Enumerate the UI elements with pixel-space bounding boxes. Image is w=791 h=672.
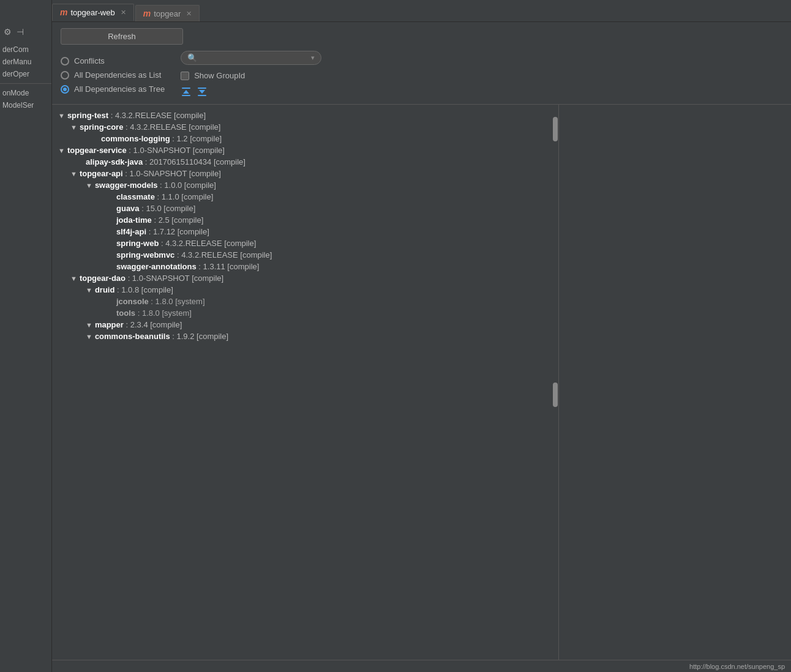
dep-tree-right-panel: [558, 105, 791, 660]
sidebar-items: derCom derManu derOper onMode ModelSer: [0, 42, 51, 672]
sidebar: ⚙ ⊣ derCom derManu derOper onMode ModelS…: [0, 0, 52, 672]
sidebar-item-dermanu[interactable]: derManu: [0, 56, 51, 67]
tree-controls: [181, 86, 321, 99]
arrow-topgear-dao[interactable]: ▼: [70, 275, 77, 282]
sidebar-item-onmode[interactable]: onMode: [0, 88, 51, 99]
sidebar-item-deroper[interactable]: derOper: [0, 69, 51, 80]
scrollbar-thumb-mid[interactable]: [553, 383, 558, 407]
search-icon: 🔍: [187, 53, 197, 62]
tree-item-druid[interactable]: ▼ druid : 1.0.8 [compile]: [52, 284, 552, 296]
tree-item-spring-core[interactable]: ▼ spring-core : 4.3.2.RELEASE [compile]: [52, 121, 552, 133]
refresh-button[interactable]: Refresh: [61, 28, 183, 45]
radio-all-list[interactable]: All Dependencies as List: [61, 70, 165, 80]
tab-topgear-web[interactable]: m topgear-web ✕: [52, 4, 134, 21]
tree-item-classmate[interactable]: classmate : 1.1.0 [compile]: [52, 191, 552, 203]
tree-item-swagger-annotations[interactable]: swagger-annotations : 1.3.11 [compile]: [52, 261, 552, 272]
tree-item-tools[interactable]: tools : 1.8.0 [system]: [52, 307, 552, 319]
arrow-commons-beanutils[interactable]: ▼: [86, 333, 92, 340]
tree-item-jconsole[interactable]: jconsole : 1.8.0 [system]: [52, 296, 552, 307]
tree-item-spring-test[interactable]: ▼ spring-test : 4.3.2.RELEASE [compile]: [52, 110, 552, 121]
tree-item-swagger-models[interactable]: ▼ swagger-models : 1.0.0 [compile]: [52, 179, 552, 191]
tree-item-slf4j-api[interactable]: slf4j-api : 1.7.12 [compile]: [52, 226, 552, 237]
tab-topgear[interactable]: m topgear ✕: [135, 5, 200, 21]
app-container: ⚙ ⊣ derCom derManu derOper onMode ModelS…: [0, 0, 791, 672]
radio-all-list-circle: [61, 71, 69, 80]
radio-all-tree-label: All Dependencies as Tree: [74, 84, 165, 94]
tab-topgear-web-close[interactable]: ✕: [121, 9, 126, 17]
sidebar-top-icons: ⚙ ⊣: [0, 24, 51, 39]
sidebar-item-dercom[interactable]: derCom: [0, 44, 51, 55]
tree-item-topgear-api[interactable]: ▼ topgear-api : 1.0-SNAPSHOT [compile]: [52, 168, 552, 179]
show-groupid-row: Show GroupId: [181, 71, 321, 80]
tab-topgear-close[interactable]: ✕: [186, 10, 192, 18]
sidebar-divider: [0, 83, 51, 84]
arrow-mapper[interactable]: ▼: [86, 321, 92, 329]
collapse-all-button[interactable]: [197, 86, 208, 99]
svg-marker-1: [183, 90, 189, 94]
svg-rect-5: [198, 95, 206, 96]
svg-rect-2: [182, 95, 190, 96]
expand-all-button[interactable]: [181, 86, 192, 99]
tab-topgear-web-label: topgear-web: [70, 8, 114, 17]
tree-item-topgear-dao[interactable]: ▼ topgear-dao : 1.0-SNAPSHOT [compile]: [52, 272, 552, 284]
sidebar-item-modelserver[interactable]: ModelSer: [0, 100, 51, 111]
scrollbar-thumb[interactable]: [553, 117, 558, 141]
tab-bar: m topgear-web ✕ m topgear ✕: [52, 0, 791, 22]
radio-all-tree[interactable]: All Dependencies as Tree: [61, 84, 165, 94]
arrow-druid[interactable]: ▼: [86, 286, 92, 294]
tree-item-mapper[interactable]: ▼ mapper : 2.3.4 [compile]: [52, 319, 552, 330]
maven-icon-2: m: [143, 9, 151, 18]
arrow-swagger-models[interactable]: ▼: [86, 182, 92, 189]
radio-conflicts-circle: [61, 57, 69, 65]
tree-item-commons-beanutils[interactable]: ▼ commons-beanutils : 1.9.2 [compile]: [52, 330, 552, 342]
tree-item-spring-web[interactable]: spring-web : 4.3.2.RELEASE [compile]: [52, 237, 552, 249]
bottom-bar-url: http://blog.csdn.net/sunpeng_sp: [689, 663, 785, 670]
arrow-spring-core[interactable]: ▼: [70, 124, 77, 131]
tree-item-topgear-service[interactable]: ▼ topgear-service : 1.0-SNAPSHOT [compil…: [52, 144, 552, 156]
search-input[interactable]: [200, 53, 309, 62]
arrow-topgear-api[interactable]: ▼: [70, 170, 77, 177]
filter-row: Conflicts All Dependencies as List All D…: [61, 51, 782, 99]
svg-marker-4: [199, 90, 205, 94]
tab-topgear-label: topgear: [154, 9, 181, 18]
radio-conflicts[interactable]: Conflicts: [61, 56, 165, 65]
arrow-topgear-service[interactable]: ▼: [58, 147, 65, 154]
radio-all-list-label: All Dependencies as List: [74, 70, 161, 80]
svg-rect-0: [182, 88, 190, 89]
arrow-spring-test[interactable]: ▼: [58, 112, 65, 119]
bottom-bar: http://blog.csdn.net/sunpeng_sp: [52, 660, 791, 672]
main-area: m topgear-web ✕ m topgear ✕ Refresh Conf…: [52, 0, 791, 672]
scrollbar-track[interactable]: [552, 105, 558, 660]
maven-icon-1: m: [60, 7, 67, 17]
search-dropdown-arrow[interactable]: ▾: [311, 54, 315, 62]
tree-item-commons-logging[interactable]: commons-logging : 1.2 [compile]: [52, 133, 552, 144]
search-box[interactable]: 🔍 ▾: [181, 51, 321, 65]
svg-rect-3: [198, 88, 206, 89]
radio-conflicts-label: Conflicts: [74, 56, 105, 65]
show-groupid-checkbox[interactable]: [181, 72, 189, 80]
radio-all-tree-circle: [61, 85, 69, 94]
dep-tree-content[interactable]: ▼ spring-test : 4.3.2.RELEASE [compile] …: [52, 105, 552, 660]
tree-item-spring-webmvc[interactable]: spring-webmvc : 4.3.2.RELEASE [compile]: [52, 249, 552, 261]
radio-group: Conflicts All Dependencies as List All D…: [61, 56, 165, 94]
tree-item-joda-time[interactable]: joda-time : 2.5 [compile]: [52, 214, 552, 226]
dep-tree-area: ▼ spring-test : 4.3.2.RELEASE [compile] …: [52, 105, 791, 660]
tree-item-alipay-sdk-java[interactable]: alipay-sdk-java : 20170615110434 [compil…: [52, 156, 552, 168]
collapse-icon[interactable]: ⊣: [17, 27, 24, 37]
toolbar-area: Refresh Conflicts All Dependencies as Li…: [52, 22, 791, 105]
show-groupid-label: Show GroupId: [194, 71, 245, 80]
tree-item-guava[interactable]: guava : 15.0 [compile]: [52, 203, 552, 214]
settings-icon[interactable]: ⚙: [4, 27, 12, 37]
